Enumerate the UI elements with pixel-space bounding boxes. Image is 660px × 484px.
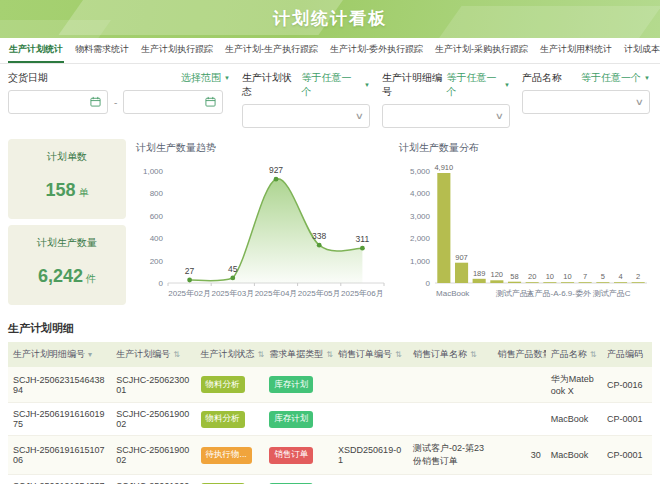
column-header-3[interactable]: 生产计划状态⇅ <box>196 342 265 367</box>
filter-head: 生产计明细编号等于任意一个▼ <box>382 71 510 99</box>
table-cell: CP-0016 <box>602 367 652 403</box>
table-cell: CP-0001 <box>602 403 652 436</box>
tab-3[interactable]: 生产计划执行跟踪 <box>140 38 214 63</box>
stat-card-1: 计划单数158单 <box>8 139 126 219</box>
calendar-icon[interactable] <box>205 93 216 111</box>
column-label: 生产计划状态 <box>201 349 255 359</box>
filter-group-1: 交货日期选择范围▼- <box>8 71 230 128</box>
sort-icon[interactable]: ⇅ <box>590 350 597 359</box>
filter-label: 生产计划状态 <box>242 71 302 99</box>
column-header-8[interactable]: 产品名称⇅ <box>546 342 602 367</box>
sort-icon[interactable]: ⇅ <box>470 350 477 359</box>
column-label: 产品名称 <box>551 349 587 359</box>
svg-text:3,000: 3,000 <box>410 212 431 221</box>
svg-text:4,910: 4,910 <box>434 163 453 172</box>
column-label: 生产计划编号 <box>116 349 170 359</box>
svg-text:1,000: 1,000 <box>410 257 431 266</box>
filter-operator[interactable]: 选择范围▼ <box>181 71 230 85</box>
svg-text:2025年02月: 2025年02月 <box>168 289 211 298</box>
svg-text:5,000: 5,000 <box>410 167 431 176</box>
svg-text:2025年03月: 2025年03月 <box>211 289 254 298</box>
caret-down-icon: ▼ <box>224 75 230 81</box>
filter-select[interactable]: ∨ <box>242 104 370 128</box>
table-cell: MacBook <box>546 403 602 436</box>
column-header-6[interactable]: 销售订单名称⇅ <box>408 342 492 367</box>
filter-select[interactable]: ∨ <box>522 90 650 114</box>
dashboard-page: { "header": { "title": "计划统计看板" }, "tabs… <box>0 0 660 484</box>
svg-text:45: 45 <box>228 264 238 274</box>
status-badge: 库存计划 <box>269 376 313 393</box>
table-cell: SCJH-250619161510706 <box>8 436 111 475</box>
tab-5[interactable]: 生产计划-委外执行跟踪 <box>329 38 424 63</box>
filter-operator[interactable]: 等于任意一个▼ <box>581 71 650 85</box>
caret-down-icon: ▼ <box>364 82 370 88</box>
status-badge: 物料分析 <box>201 376 245 393</box>
column-header-7[interactable]: 销售产品数量⇅ <box>493 342 546 367</box>
date-range-separator: - <box>114 97 117 108</box>
table-cell: 物料分析 <box>196 475 265 484</box>
table-cell: SCJH-250619105433703 <box>8 475 111 484</box>
status-badge: 物料分析 <box>201 411 245 428</box>
sort-icon[interactable]: ⇅ <box>395 350 402 359</box>
svg-text:2: 2 <box>636 272 640 281</box>
caret-down-icon: ▼ <box>644 75 650 81</box>
tab-8[interactable]: 计划成本核算 <box>623 38 660 63</box>
date-end-input[interactable] <box>123 90 223 114</box>
plan-detail-table: 生产计划明细编号▾生产计划编号⇅生产计划状态⇅需求单据类型⇅销售订单编号⇅销售订… <box>8 342 652 484</box>
table-row-1[interactable]: SCJH-250623154643894SCJHC-2506230001物料分析… <box>8 367 652 403</box>
table-row-2[interactable]: SCJH-250619161601975SCJHC-2506190002物料分析… <box>8 403 652 436</box>
table-title: 生产计划明细 <box>8 321 652 336</box>
stat-unit: 件 <box>86 273 96 284</box>
svg-text:主产品-A-6.9-委外: 主产品-A-6.9-委外 <box>525 289 590 298</box>
filter-operator[interactable]: 等于任意一个▼ <box>446 71 510 99</box>
status-badge: 销售订单 <box>269 447 313 464</box>
trend-chart-title: 计划生产数量趋势 <box>136 141 389 155</box>
column-header-1[interactable]: 生产计划明细编号▾ <box>8 342 111 367</box>
table-row-3[interactable]: SCJH-250619161510706SCJHC-2506190002待执行物… <box>8 436 652 475</box>
stat-label: 计划生产数量 <box>37 236 97 250</box>
column-label: 需求单据类型 <box>269 349 323 359</box>
table-cell: 待执行物... <box>196 436 265 475</box>
svg-text:400: 400 <box>150 234 164 243</box>
sort-icon[interactable]: ⇅ <box>326 350 333 359</box>
column-label: 生产计划明细编号 <box>13 349 85 359</box>
table-header-row: 生产计划明细编号▾生产计划编号⇅生产计划状态⇅需求单据类型⇅销售订单编号⇅销售订… <box>8 342 652 367</box>
column-header-2[interactable]: 生产计划编号⇅ <box>111 342 195 367</box>
table-row-4[interactable]: SCJH-250619105433703SCJHC-2506190001物料分析… <box>8 475 652 484</box>
sort-icon[interactable]: ⇅ <box>173 350 180 359</box>
svg-text:2025年05月: 2025年05月 <box>298 289 341 298</box>
column-header-9[interactable]: 产品编码 <box>602 342 652 367</box>
tab-1[interactable]: 生产计划统计 <box>8 38 64 63</box>
trend-chart-box: 计划生产数量趋势 02004006008001,000272025年02月452… <box>134 139 389 311</box>
table-cell <box>333 367 408 403</box>
svg-text:338: 338 <box>312 231 326 241</box>
table-cell: 销售订单 <box>264 436 333 475</box>
table-cell: CP-0001 <box>602 475 652 484</box>
tab-4[interactable]: 生产计划-生产执行跟踪 <box>224 38 319 63</box>
svg-text:311: 311 <box>356 234 370 244</box>
stat-cards: 计划单数158单计划生产数量6,242件 <box>8 139 126 311</box>
filter-select[interactable]: ∨ <box>382 104 510 128</box>
calendar-icon[interactable] <box>90 93 101 111</box>
table-cell: SCJHC-2506190002 <box>111 403 195 436</box>
svg-text:27: 27 <box>185 266 195 276</box>
caret-down-icon: ▼ <box>504 82 510 88</box>
column-header-4[interactable]: 需求单据类型⇅ <box>264 342 333 367</box>
tab-2[interactable]: 物料需求统计 <box>74 38 130 63</box>
table-cell: 30 <box>493 436 546 475</box>
tab-7[interactable]: 生产计划用料统计 <box>539 38 613 63</box>
sort-icon[interactable]: ⇅ <box>258 350 265 359</box>
table-cell: 库存计划 <box>264 475 333 484</box>
column-header-5[interactable]: 销售订单编号⇅ <box>333 342 408 367</box>
table-cell: 物料分析 <box>196 367 265 403</box>
svg-text:600: 600 <box>150 212 164 221</box>
svg-text:测试产品C: 测试产品C <box>593 289 631 298</box>
svg-text:20: 20 <box>528 272 536 281</box>
tab-6[interactable]: 生产计划-采购执行跟踪 <box>434 38 529 63</box>
svg-text:189: 189 <box>473 269 486 278</box>
date-start-input[interactable] <box>8 90 108 114</box>
filter-head: 生产计划状态等于任意一个▼ <box>242 71 370 99</box>
sort-icon[interactable]: ▾ <box>88 350 92 359</box>
filter-operator[interactable]: 等于任意一个▼ <box>302 71 370 99</box>
svg-text:5: 5 <box>601 272 605 281</box>
